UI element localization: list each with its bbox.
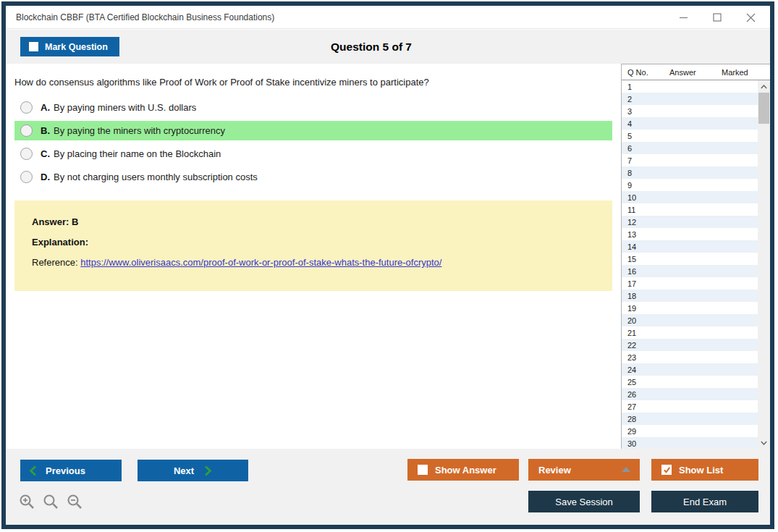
close-button[interactable] (734, 6, 767, 29)
question-list-row[interactable]: 8 (622, 166, 758, 179)
cell-qno: 20 (622, 316, 659, 325)
radio-button[interactable] (20, 171, 33, 183)
radio-button[interactable] (20, 101, 33, 114)
answer-option[interactable]: C. By placing their name on the Blockcha… (14, 144, 612, 164)
question-list-row[interactable]: 18 (622, 290, 758, 302)
cell-qno: 7 (622, 156, 659, 165)
zoom-in-icon (18, 493, 35, 510)
question-list-row[interactable]: 2 (622, 93, 758, 105)
cell-qno: 16 (622, 267, 659, 276)
scroll-down-button[interactable] (758, 436, 770, 449)
question-list-row[interactable]: 29 (622, 425, 758, 437)
cell-qno: 14 (622, 242, 659, 251)
question-list-row[interactable]: 26 (622, 388, 758, 400)
show-list-button[interactable]: Show List (651, 459, 758, 481)
radio-button[interactable] (20, 124, 33, 137)
question-list-row[interactable]: 1 (622, 80, 758, 93)
show-answer-button[interactable]: Show Answer (407, 459, 519, 481)
question-list-row[interactable]: 6 (622, 142, 758, 154)
question-list-row[interactable]: 14 (622, 240, 758, 253)
question-list-row[interactable]: 27 (622, 400, 758, 413)
question-list-row[interactable]: 16 (622, 265, 758, 277)
option-letter: A. (41, 102, 50, 113)
show-answer-checkbox[interactable] (418, 465, 428, 475)
cell-qno: 29 (622, 427, 659, 436)
question-list-row[interactable]: 11 (622, 203, 758, 216)
zoom-reset-icon (42, 493, 59, 510)
column-header-marked: Marked (722, 68, 748, 77)
cell-qno: 15 (622, 255, 659, 263)
cell-qno: 23 (622, 353, 659, 362)
next-button[interactable]: Next (138, 460, 248, 481)
question-list-row[interactable]: 12 (622, 216, 758, 228)
chevron-left-icon (29, 465, 37, 476)
window-title: Blockchain CBBF (BTA Certified Blockchai… (16, 12, 274, 22)
minimize-button[interactable] (667, 6, 701, 29)
chevron-right-icon (204, 465, 212, 476)
radio-button[interactable] (20, 148, 33, 160)
end-exam-button[interactable]: End Exam (651, 491, 758, 512)
cell-qno: 1 (622, 83, 659, 91)
question-list-row[interactable]: 24 (622, 363, 758, 376)
answer-option[interactable]: D. By not charging users monthly subscri… (14, 167, 612, 187)
zoom-out-button[interactable] (65, 492, 84, 511)
cell-qno: 25 (622, 378, 659, 387)
cell-qno: 17 (622, 279, 659, 288)
answer-option[interactable]: B. By paying the miners with cryptocurre… (14, 121, 612, 140)
question-list-row[interactable]: 21 (622, 326, 758, 339)
reference-link[interactable]: https://www.oliverisaacs.com/proof-of-wo… (80, 257, 441, 268)
question-list-row[interactable]: 5 (622, 130, 758, 142)
options-list: A. By paying miners with U.S. dollars B.… (14, 98, 612, 190)
triangle-up-icon (622, 467, 630, 472)
option-text: By paying miners with U.S. dollars (54, 102, 196, 113)
answer-option[interactable]: A. By paying miners with U.S. dollars (14, 98, 612, 117)
show-list-checkbox[interactable] (661, 465, 672, 475)
cell-qno: 28 (622, 415, 659, 423)
end-exam-label: End Exam (683, 497, 727, 507)
previous-button[interactable]: Previous (20, 460, 122, 481)
header-strip: Mark Question Question 5 of 7 (6, 30, 770, 64)
question-text: How do consensus algorithms like Proof o… (14, 77, 621, 88)
answer-panel: Answer: B Explanation: Reference: https:… (14, 200, 612, 291)
maximize-button[interactable] (701, 6, 734, 29)
column-header-answer: Answer (669, 68, 696, 77)
save-session-button[interactable]: Save Session (528, 491, 640, 512)
question-list-row[interactable]: 17 (622, 277, 758, 290)
scrollbar-thumb[interactable] (758, 93, 769, 124)
question-list-row[interactable]: 9 (622, 179, 758, 191)
question-list-row[interactable]: 25 (622, 376, 758, 388)
question-list: 1 2 3 4 (622, 80, 758, 449)
question-list-row[interactable]: 22 (622, 339, 758, 351)
option-text: By placing their name on the Blockchain (54, 148, 221, 159)
question-list-row[interactable]: 15 (622, 253, 758, 265)
save-session-label: Save Session (555, 497, 613, 507)
question-list-row[interactable]: 23 (622, 351, 758, 363)
question-list-row[interactable]: 19 (622, 302, 758, 314)
close-icon (746, 13, 756, 22)
question-list-row[interactable]: 10 (622, 191, 758, 203)
app-window: Blockchain CBBF (BTA Certified Blockchai… (1, 1, 774, 529)
zoom-reset-button[interactable] (41, 492, 60, 511)
review-button[interactable]: Review (528, 459, 640, 481)
option-text: By not charging users monthly subscripti… (54, 172, 258, 182)
scroll-up-button[interactable] (758, 80, 770, 93)
question-list-row[interactable]: 28 (622, 413, 758, 425)
cell-qno: 3 (622, 107, 659, 116)
cell-qno: 30 (622, 439, 659, 448)
cell-qno: 27 (622, 402, 659, 411)
cell-qno: 21 (622, 329, 659, 337)
cell-qno: 12 (622, 218, 659, 227)
scrollbar[interactable] (758, 80, 770, 449)
cell-qno: 5 (622, 132, 659, 140)
option-letter: C. (41, 148, 50, 159)
question-list-row[interactable]: 3 (622, 105, 758, 117)
question-list-panel: Q No. Answer Marked 1 2 3 (621, 64, 770, 449)
zoom-in-button[interactable] (17, 492, 36, 511)
question-list-row[interactable]: 20 (622, 314, 758, 326)
question-list-row[interactable]: 13 (622, 228, 758, 240)
question-counter: Question 5 of 7 (6, 30, 737, 64)
question-list-row[interactable]: 4 (622, 117, 758, 130)
question-list-row[interactable]: 30 (622, 437, 758, 449)
check-icon (663, 466, 671, 474)
question-list-row[interactable]: 7 (622, 154, 758, 166)
